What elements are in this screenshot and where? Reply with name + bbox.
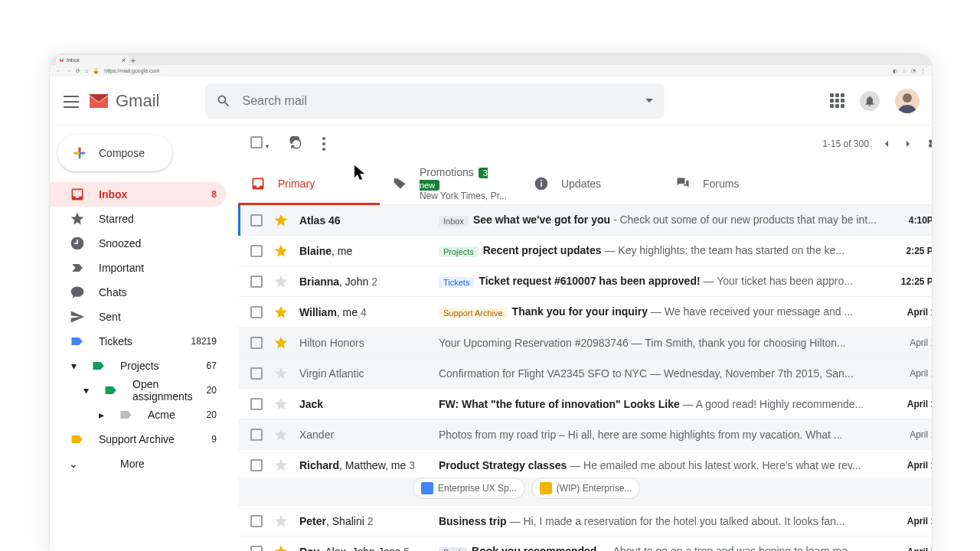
tab-updates[interactable]: Updates xyxy=(521,162,663,204)
email-row[interactable]: Blaine, meProjectsRecent project updates… xyxy=(238,236,932,266)
star-icon[interactable] xyxy=(273,458,289,473)
sidebar-item-support-archive[interactable]: Support Archive9 xyxy=(50,427,226,452)
email-row[interactable]: Richard, Matthew, me3Product Strategy cl… xyxy=(238,450,932,481)
home-icon[interactable]: ⌂ xyxy=(85,68,88,73)
label-chip[interactable]: Inbox xyxy=(439,216,469,227)
tab-forums[interactable]: Forums xyxy=(663,162,805,204)
sidebar-item-label: Snoozed xyxy=(99,237,217,249)
email-sender: Atlas 46 xyxy=(299,214,428,227)
search-bar[interactable] xyxy=(205,83,665,119)
category-tabs: PrimaryPromotions3 newNew York Times, Pr… xyxy=(238,162,932,205)
email-row[interactable]: Virgin AtlanticConfirmation for Flight V… xyxy=(238,358,932,389)
star-icon[interactable] xyxy=(273,427,289,442)
row-checkbox[interactable] xyxy=(250,214,263,227)
star-icon[interactable]: ☆ xyxy=(902,68,906,74)
profile-icon[interactable]: ◔ xyxy=(911,68,916,74)
sidebar-item-projects[interactable]: ▾Projects67 xyxy=(50,354,226,378)
sidebar-item-acme[interactable]: ▸Acme20 xyxy=(50,403,226,427)
star-icon[interactable] xyxy=(273,274,289,289)
reload-icon[interactable]: ⟳ xyxy=(76,68,80,74)
sidebar-item-snoozed[interactable]: Snoozed xyxy=(50,231,226,256)
row-checkbox[interactable] xyxy=(250,306,263,318)
settings-icon[interactable] xyxy=(926,136,932,152)
sidebar-item-open-assignments[interactable]: ▾Open assignments20 xyxy=(50,378,226,403)
email-message: TicketsTicket request #610007 has been a… xyxy=(439,275,877,287)
attachment-chip[interactable]: (WIP) Enterprise... xyxy=(531,478,641,499)
label-chip[interactable]: Tickets xyxy=(439,277,474,288)
incognito-icon[interactable]: ◐ xyxy=(893,68,897,74)
compose-label: Compose xyxy=(99,147,145,159)
select-all-checkbox[interactable]: ▼ xyxy=(250,136,270,152)
sidebar-item-starred[interactable]: Starred xyxy=(50,207,226,231)
more-icon[interactable] xyxy=(322,137,325,151)
email-row[interactable]: Hilton HonorsYour Upcoming Reservation #… xyxy=(238,328,932,358)
new-tab-button[interactable]: + xyxy=(129,56,138,65)
label-chip[interactable]: Support Archive xyxy=(439,308,508,318)
row-checkbox[interactable] xyxy=(250,515,263,527)
star-icon[interactable] xyxy=(273,305,289,320)
sidebar-item-chats[interactable]: Chats xyxy=(50,280,226,305)
row-checkbox[interactable] xyxy=(250,398,263,410)
browser-tab-title: Inbox xyxy=(67,57,80,63)
search-options-icon[interactable] xyxy=(645,96,654,106)
forward-icon[interactable]: → xyxy=(66,68,71,73)
email-row[interactable]: JackFW: What "the future of innovation" … xyxy=(238,389,932,419)
star-icon[interactable] xyxy=(273,213,289,228)
email-row[interactable]: William, me4Support ArchiveThank you for… xyxy=(238,297,932,328)
prev-page-icon[interactable] xyxy=(883,140,890,148)
hamburger-icon[interactable] xyxy=(62,92,80,110)
email-row[interactable]: Atlas 46InboxSee what we've got for you … xyxy=(238,205,932,236)
label-chip[interactable]: Projects xyxy=(439,246,479,257)
notifications-icon[interactable] xyxy=(860,91,880,111)
sidebar-item-tickets[interactable]: Tickets18219 xyxy=(50,329,226,354)
email-sender: Hilton Honors xyxy=(299,337,428,349)
caret-down-icon: ▾ xyxy=(82,384,90,396)
logo[interactable]: Gmail xyxy=(88,91,159,111)
row-checkbox[interactable] xyxy=(250,546,263,552)
email-sender: Richard, Matthew, me3 xyxy=(299,459,428,471)
refresh-icon[interactable] xyxy=(289,136,304,152)
email-time: 2:25 PM xyxy=(887,246,932,256)
row-checkbox[interactable] xyxy=(250,459,263,471)
compose-icon xyxy=(71,145,88,161)
label-chip[interactable]: Book xyxy=(439,547,467,551)
attachment-label: Enterprise UX Sp... xyxy=(438,483,517,494)
attachment-chip[interactable]: Enterprise UX Sp... xyxy=(413,478,525,499)
row-checkbox[interactable] xyxy=(250,429,263,441)
tab-promotions[interactable]: Promotions3 newNew York Times, Pr... xyxy=(380,162,521,204)
url-bar[interactable]: ← → ⟳ ⌂ 🔒 https://mail.google.com ◐ ☆ ◔ … xyxy=(50,65,932,77)
account-avatar[interactable] xyxy=(895,89,920,113)
star-icon[interactable] xyxy=(273,514,289,529)
star-icon[interactable] xyxy=(273,366,289,381)
tab-subtitle: New York Times, Pr... xyxy=(420,191,509,201)
row-checkbox[interactable] xyxy=(250,337,263,349)
email-row[interactable]: Brianna, John2TicketsTicket request #610… xyxy=(238,266,932,297)
sidebar-item-sent[interactable]: Sent xyxy=(50,305,226,329)
next-page-icon[interactable] xyxy=(904,140,912,148)
row-checkbox[interactable] xyxy=(250,367,263,380)
attachment-label: (WIP) Enterprise... xyxy=(557,483,632,494)
star-icon[interactable] xyxy=(273,396,289,412)
star-icon[interactable] xyxy=(273,335,289,350)
menu-icon[interactable]: ⋮ xyxy=(920,68,926,74)
row-checkbox[interactable] xyxy=(250,276,263,288)
search-input[interactable] xyxy=(242,94,634,108)
more-icon xyxy=(91,456,106,471)
sidebar-item-important[interactable]: Important xyxy=(50,256,226,280)
sidebar-item-more[interactable]: ⌄More xyxy=(50,452,226,476)
sidebar-item-inbox[interactable]: Inbox8 xyxy=(50,182,226,207)
row-checkbox[interactable] xyxy=(250,245,263,257)
star-icon[interactable] xyxy=(273,544,289,552)
tab-primary[interactable]: Primary xyxy=(238,162,380,204)
email-snippet: - Check out some of our new products tha… xyxy=(610,214,877,226)
apps-icon[interactable] xyxy=(830,93,844,108)
email-row[interactable]: Roy, Alex, John Jose5BookBook you recomm… xyxy=(238,536,932,551)
important-icon xyxy=(70,260,85,276)
star-icon[interactable] xyxy=(273,243,289,259)
close-icon[interactable]: × xyxy=(122,57,126,64)
compose-button[interactable]: Compose xyxy=(57,135,172,171)
browser-tab[interactable]: Inbox × xyxy=(56,55,129,65)
email-row[interactable]: Peter, Shalini2Business trip — Hi, I mad… xyxy=(238,506,932,536)
back-icon[interactable]: ← xyxy=(56,68,61,73)
email-row[interactable]: XanderPhotos from my road trip – Hi all,… xyxy=(238,419,932,450)
